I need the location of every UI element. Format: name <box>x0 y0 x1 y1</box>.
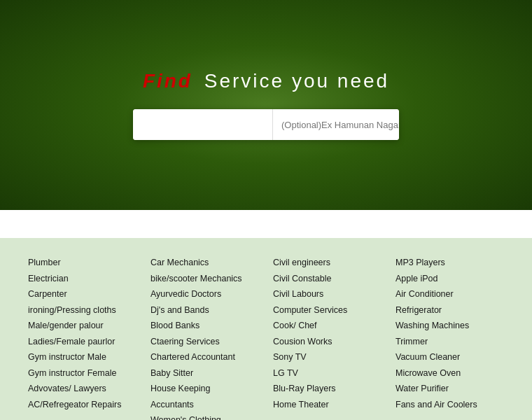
list-item[interactable]: ironing/Pressing cloths <box>28 302 136 318</box>
list-item[interactable]: Blu-Ray Players <box>273 381 382 397</box>
gap-divider <box>0 210 532 238</box>
list-item[interactable]: Trimmer <box>396 334 504 350</box>
list-item[interactable]: Cook/ Chef <box>273 318 382 334</box>
list-item[interactable]: Computer Services <box>273 302 382 318</box>
list-item[interactable]: Refrigerator <box>396 302 504 318</box>
list-item[interactable]: House Keeping <box>150 381 259 397</box>
search-input[interactable] <box>133 109 272 140</box>
list-item[interactable]: Civil Constable <box>273 271 382 287</box>
list-item[interactable]: Carpenter <box>28 286 136 302</box>
list-item[interactable]: Microwave Oven <box>396 365 504 382</box>
list-item[interactable]: Women's Clothing <box>150 412 259 420</box>
list-item[interactable]: Civil Labours <box>273 286 382 302</box>
list-item[interactable]: Cousion Works <box>273 334 382 350</box>
list-item[interactable]: Fans and Air Coolers <box>396 397 504 413</box>
list-item[interactable]: Vacuum Cleaner <box>396 349 504 365</box>
list-item[interactable]: Accuntants <box>150 397 259 413</box>
links-column-4: MP3 PlayersApple iPodAir ConditionerRefr… <box>388 255 511 420</box>
list-item[interactable]: Blood Banks <box>150 318 259 334</box>
list-item[interactable]: LG TV <box>273 365 382 382</box>
links-section: PlumberElectricianCarpenterironing/Press… <box>0 238 532 420</box>
links-column-3: Civil engineersCivil ConstableCivil Labo… <box>266 255 388 420</box>
list-item[interactable]: Advovates/ Lawyers <box>28 381 136 397</box>
list-item[interactable]: Water Purifier <box>396 381 504 397</box>
hero-title-rest: Service you need <box>197 70 389 92</box>
links-grid: PlumberElectricianCarpenterironing/Press… <box>21 255 511 420</box>
hero-section: Find Service you need <box>0 0 532 210</box>
links-column-2: Car Mechanicsbike/scooter MechanicsAyurv… <box>144 255 266 420</box>
list-item[interactable]: AC/Refregeator Repairs <box>28 397 136 413</box>
list-item[interactable]: MP3 Players <box>396 255 504 271</box>
list-item[interactable]: bike/scooter Mechanics <box>150 271 259 287</box>
hero-title: Find Service you need <box>143 70 389 92</box>
list-item[interactable]: Male/gender palour <box>28 318 136 334</box>
list-item[interactable]: Apple iPod <box>396 271 504 287</box>
list-item[interactable]: Ladies/Female paurlor <box>28 334 136 350</box>
list-item[interactable]: Civil engineers <box>273 255 382 271</box>
location-input[interactable] <box>272 109 399 140</box>
list-item[interactable]: Ayurvedic Doctors <box>150 286 259 302</box>
list-item[interactable]: Gym instructor Female <box>28 365 136 382</box>
list-item[interactable]: Sony TV <box>273 349 382 365</box>
list-item[interactable]: Electrician <box>28 271 136 287</box>
list-item[interactable]: Gym instructor Male <box>28 349 136 365</box>
list-item[interactable]: Air Conditioner <box>396 286 504 302</box>
list-item[interactable]: Washing Machines <box>396 318 504 334</box>
links-column-1: PlumberElectricianCarpenterironing/Press… <box>21 255 144 420</box>
list-item[interactable]: Baby Sitter <box>150 365 259 382</box>
list-item[interactable]: Plumber <box>28 255 136 271</box>
list-item[interactable]: Dj's and Bands <box>150 302 259 318</box>
list-item[interactable]: Ctaering Services <box>150 334 259 350</box>
list-item[interactable]: Car Mechanics <box>150 255 259 271</box>
search-bar <box>133 109 399 140</box>
list-item[interactable]: Chartered Accountant <box>150 349 259 365</box>
hero-find-text: Find <box>143 70 192 92</box>
list-item[interactable]: Home Theater <box>273 397 382 413</box>
